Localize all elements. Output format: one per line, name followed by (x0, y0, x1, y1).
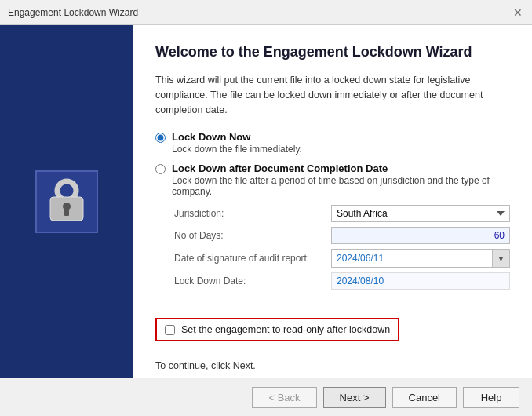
form-row-jurisdiction: Jurisdiction: South Africa United Kingdo… (174, 205, 510, 222)
checkbox-row-wrapper: Set the engagement to read-only after lo… (155, 307, 510, 354)
footer: < Back Next > Cancel Help (0, 378, 532, 416)
radio-option-lock-after: Lock Down after Document Completion Date… (155, 162, 510, 197)
cancel-button[interactable]: Cancel (392, 387, 457, 408)
details-form: Jurisdiction: South Africa United Kingdo… (174, 205, 510, 290)
next-button[interactable]: Next > (323, 387, 386, 408)
days-label: No of Days: (174, 230, 331, 241)
radio-lock-now-sub: Lock down the file immediately. (172, 144, 302, 155)
jurisdiction-label: Jurisdiction: (174, 208, 331, 219)
readonly-checkbox[interactable] (165, 325, 175, 335)
date-signature-input[interactable] (332, 250, 492, 266)
sidebar (0, 25, 133, 378)
radio-lock-after-label-block: Lock Down after Document Completion Date… (172, 162, 510, 197)
readonly-checkbox-text: Set the engagement to read-only after lo… (181, 324, 390, 335)
title-bar: Engagement Lockdown Wizard ✕ (0, 0, 532, 25)
lock-icon-container (35, 170, 98, 233)
help-button[interactable]: Help (463, 387, 519, 408)
radio-lock-after-title: Lock Down after Document Completion Date (172, 162, 510, 174)
jurisdiction-select[interactable]: South Africa United Kingdom Australia Ca… (331, 205, 510, 222)
radio-lock-after[interactable] (155, 164, 166, 174)
radio-group: Lock Down Now Lock down the file immedia… (155, 131, 510, 294)
lockdown-date-label: Lock Down Date: (174, 276, 331, 286)
main-layout: Welcome to the Engagement Lockdown Wizar… (0, 25, 532, 378)
continue-text: To continue, click Next. (155, 360, 510, 371)
days-input[interactable] (331, 227, 510, 244)
date-signature-picker-button[interactable]: ▼ (492, 250, 509, 267)
readonly-checkbox-label[interactable]: Set the engagement to read-only after lo… (155, 318, 399, 341)
jurisdiction-value: South Africa United Kingdom Australia Ca… (331, 205, 510, 222)
lock-icon (47, 178, 86, 225)
date-signature-label: Date of signature of audit report: (174, 253, 331, 264)
title-bar-title: Engagement Lockdown Wizard (8, 7, 138, 18)
wizard-title: Welcome to the Engagement Lockdown Wizar… (155, 44, 510, 60)
wizard-description: This wizard will put the current file in… (155, 73, 510, 117)
form-row-days: No of Days: (174, 227, 510, 244)
date-signature-wrapper: ▼ (331, 249, 510, 268)
lockdown-date-display: 2024/08/10 (331, 272, 510, 290)
radio-lock-now[interactable] (155, 133, 166, 143)
form-row-lockdown-date: Lock Down Date: 2024/08/10 (174, 272, 510, 290)
back-button[interactable]: < Back (252, 387, 316, 408)
form-row-date-signature: Date of signature of audit report: ▼ (174, 249, 510, 268)
date-signature-value: ▼ (331, 249, 510, 268)
svg-rect-3 (64, 208, 69, 216)
content-area: Welcome to the Engagement Lockdown Wizar… (133, 25, 532, 378)
radio-lock-after-sub: Lock down the file after a period of tim… (172, 175, 510, 197)
days-value (331, 227, 510, 244)
radio-lock-now-title: Lock Down Now (172, 131, 302, 143)
radio-option-lock-now: Lock Down Now Lock down the file immedia… (155, 131, 510, 155)
close-button[interactable]: ✕ (512, 6, 524, 19)
radio-lock-now-label-block: Lock Down Now Lock down the file immedia… (172, 131, 302, 155)
lockdown-date-value: 2024/08/10 (331, 272, 510, 290)
